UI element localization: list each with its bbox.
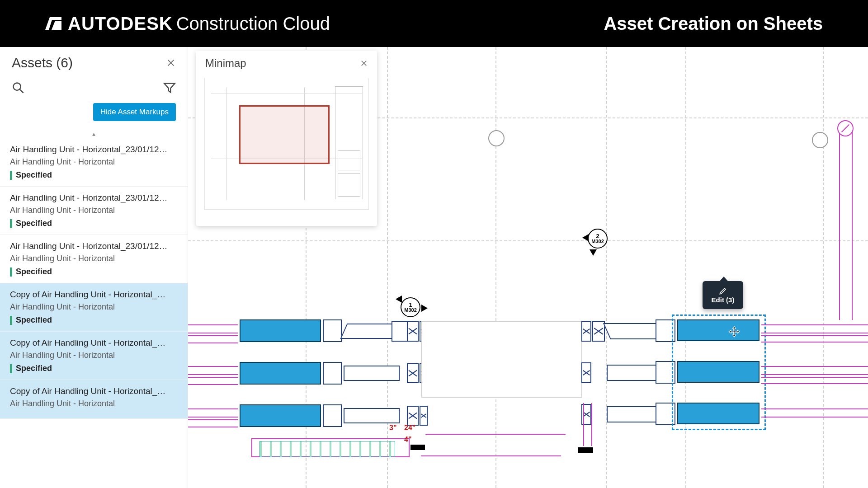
dim-label-b: 24" xyxy=(404,424,415,432)
asset-item-subtitle: Air Handling Unit - Horizontal xyxy=(10,302,178,312)
asset-list-item[interactable]: Copy of Air Handling Unit - Horizontal_…… xyxy=(0,332,188,380)
top-banner: AUTODESKConstruction Cloud Asset Creatio… xyxy=(0,0,868,47)
asset-list-item[interactable]: Air Handling Unit - Horizontal_23/01/12…… xyxy=(0,138,188,187)
minimap-viewport[interactable] xyxy=(204,78,369,210)
sidebar-tools xyxy=(0,77,188,103)
grid-bubble xyxy=(488,130,505,146)
asset-list: Air Handling Unit - Horizontal_23/01/12…… xyxy=(0,138,188,419)
sidebar-header: Assets (6) xyxy=(0,47,188,77)
asset-list-item[interactable]: Air Handling Unit - Horizontal_23/01/12…… xyxy=(0,235,188,283)
assets-sidebar: Assets (6) Hide Asset Markups ▴ Air Hand… xyxy=(0,47,188,488)
brand: AUTODESKConstruction Cloud xyxy=(45,14,330,34)
asset-item-subtitle: Air Handling Unit - Horizontal xyxy=(10,254,178,263)
close-icon[interactable] xyxy=(360,59,368,67)
close-icon[interactable] xyxy=(166,58,176,68)
selection-box[interactable] xyxy=(672,314,766,430)
edit-label: Edit (3) xyxy=(712,296,735,304)
svg-marker-4 xyxy=(164,84,175,93)
asset-item-title: Air Handling Unit - Horizontal_23/01/12… xyxy=(10,241,178,251)
asset-item-status: Specified xyxy=(10,267,178,277)
minimap-title: Minimap xyxy=(205,57,246,70)
asset-list-item[interactable]: Copy of Air Handling Unit - Horizontal_…… xyxy=(0,380,188,419)
asset-item-status: Specified xyxy=(10,170,178,180)
asset-item-title: Air Handling Unit - Horizontal_23/01/12… xyxy=(10,145,178,155)
minimap-viewport-rect[interactable] xyxy=(239,105,330,164)
hide-asset-markups-button[interactable]: Hide Asset Markups xyxy=(93,103,176,121)
dim-label-a: 3" xyxy=(389,424,396,432)
svg-point-2 xyxy=(14,83,21,90)
asset-item-subtitle: Air Handling Unit - Horizontal xyxy=(10,399,178,408)
filter-icon[interactable] xyxy=(163,81,176,94)
asset-item-title: Copy of Air Handling Unit - Horizontal_… xyxy=(10,386,178,396)
damper-icon xyxy=(837,120,854,136)
asset-item-subtitle: Air Handling Unit - Horizontal xyxy=(10,157,178,167)
sidebar-title: Assets (6) xyxy=(12,55,73,70)
autodesk-logo-icon xyxy=(45,17,61,30)
asset-item-status: Specified xyxy=(10,364,178,373)
grid-bubble xyxy=(812,132,828,148)
asset-item-title: Copy of Air Handling Unit - Horizontal_… xyxy=(10,338,178,348)
dim-label-c: 4" xyxy=(404,436,411,444)
minimap-header: Minimap xyxy=(196,51,377,76)
svg-line-3 xyxy=(20,89,24,93)
asset-item-subtitle: Air Handling Unit - Horizontal xyxy=(10,206,178,215)
brand-main-text: AUTODESKConstruction Cloud xyxy=(68,14,330,34)
asset-item-status: Specified xyxy=(10,219,178,228)
scroll-up-icon[interactable]: ▴ xyxy=(0,129,188,138)
asset-item-title: Air Handling Unit - Horizontal_23/01/12… xyxy=(10,193,178,203)
asset-item-title: Copy of Air Handling Unit - Horizontal_… xyxy=(10,290,178,300)
move-cursor-icon xyxy=(728,325,741,338)
asset-list-item[interactable]: Air Handling Unit - Horizontal_23/01/12…… xyxy=(0,187,188,235)
section-callout-1[interactable]: 1 M302 xyxy=(401,297,420,317)
section-callout-2[interactable]: 2 M302 xyxy=(588,229,608,249)
asset-item-subtitle: Air Handling Unit - Horizontal xyxy=(10,351,178,360)
page-title: Asset Creation on Sheets xyxy=(604,14,823,34)
minimap-panel[interactable]: Minimap xyxy=(196,51,377,226)
asset-item-status: Specified xyxy=(10,315,178,325)
search-icon[interactable] xyxy=(12,81,24,94)
edit-selection-button[interactable]: Edit (3) xyxy=(703,281,743,309)
asset-list-item[interactable]: Copy of Air Handling Unit - Horizontal_…… xyxy=(0,283,188,332)
